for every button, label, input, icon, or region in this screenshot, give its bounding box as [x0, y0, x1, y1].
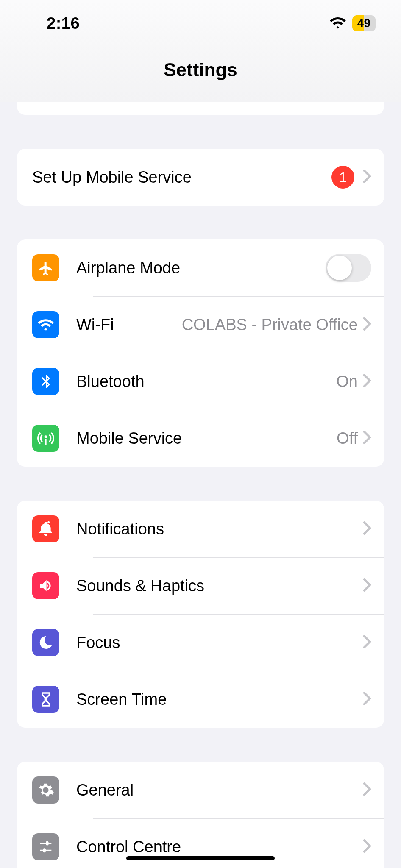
chevron-right-icon: [363, 521, 371, 537]
group-connectivity: Airplane Mode Wi-Fi COLABS - Private Off…: [17, 239, 384, 467]
chevron-right-icon: [363, 373, 371, 389]
row-label: Sounds & Haptics: [76, 577, 363, 595]
hourglass-icon: [32, 686, 59, 713]
group-mobile-setup: Set Up Mobile Service 1: [17, 149, 384, 206]
battery-icon: 49: [352, 15, 376, 31]
home-indicator[interactable]: [126, 856, 275, 860]
gear-icon: [32, 776, 59, 804]
status-bar: 2:16 49: [0, 0, 401, 47]
chevron-right-icon: [363, 839, 371, 855]
row-detail: Off: [337, 429, 358, 448]
bluetooth-icon: [32, 368, 59, 395]
sliders-icon: [32, 833, 59, 860]
airplane-icon: [32, 254, 59, 281]
bell-icon: [32, 515, 59, 542]
row-detail: On: [336, 373, 358, 391]
row-label: Control Centre: [76, 838, 363, 856]
antenna-icon: [32, 425, 59, 452]
battery-pct: 49: [352, 17, 376, 30]
row-label: Mobile Service: [76, 429, 337, 448]
row-airplane-mode: Airplane Mode: [17, 239, 384, 296]
row-mobile-service[interactable]: Mobile Service Off: [17, 410, 384, 467]
group-general: General Control Centre: [17, 762, 384, 868]
chevron-right-icon: [363, 430, 371, 446]
row-wifi[interactable]: Wi-Fi COLABS - Private Office: [17, 296, 384, 353]
group-alerts: Notifications Sounds & Haptics Focus: [17, 501, 384, 728]
chevron-right-icon: [363, 578, 371, 594]
nav-bar: Settings: [0, 47, 401, 102]
row-label: Wi-Fi: [76, 316, 182, 334]
row-control-centre[interactable]: Control Centre: [17, 818, 384, 868]
row-label: Notifications: [76, 520, 363, 538]
row-general[interactable]: General: [17, 762, 384, 818]
moon-icon: [32, 629, 59, 656]
status-right: 49: [329, 15, 376, 31]
page-title: Settings: [0, 59, 401, 81]
row-label: Focus: [76, 634, 363, 652]
row-notifications[interactable]: Notifications: [17, 501, 384, 557]
status-time: 2:16: [47, 14, 80, 33]
speaker-icon: [32, 572, 59, 599]
wifi-icon: [32, 311, 59, 338]
row-detail: COLABS - Private Office: [182, 316, 358, 334]
chevron-right-icon: [363, 782, 371, 798]
row-focus[interactable]: Focus: [17, 614, 384, 671]
previous-group-peek: [17, 102, 384, 115]
chevron-right-icon: [363, 634, 371, 651]
row-bluetooth[interactable]: Bluetooth On: [17, 353, 384, 410]
row-label: Screen Time: [76, 690, 363, 709]
row-label: General: [76, 781, 363, 799]
row-label: Set Up Mobile Service: [32, 168, 331, 186]
notification-badge: 1: [331, 166, 354, 189]
wifi-status-icon: [329, 16, 346, 31]
row-label: Bluetooth: [76, 373, 336, 391]
row-sounds-haptics[interactable]: Sounds & Haptics: [17, 557, 384, 614]
row-setup-mobile-service[interactable]: Set Up Mobile Service 1: [17, 149, 384, 206]
chevron-right-icon: [363, 317, 371, 333]
row-screen-time[interactable]: Screen Time: [17, 671, 384, 728]
chevron-right-icon: [363, 169, 371, 185]
chevron-right-icon: [363, 691, 371, 707]
row-label: Airplane Mode: [76, 259, 326, 277]
airplane-toggle[interactable]: [326, 254, 371, 282]
